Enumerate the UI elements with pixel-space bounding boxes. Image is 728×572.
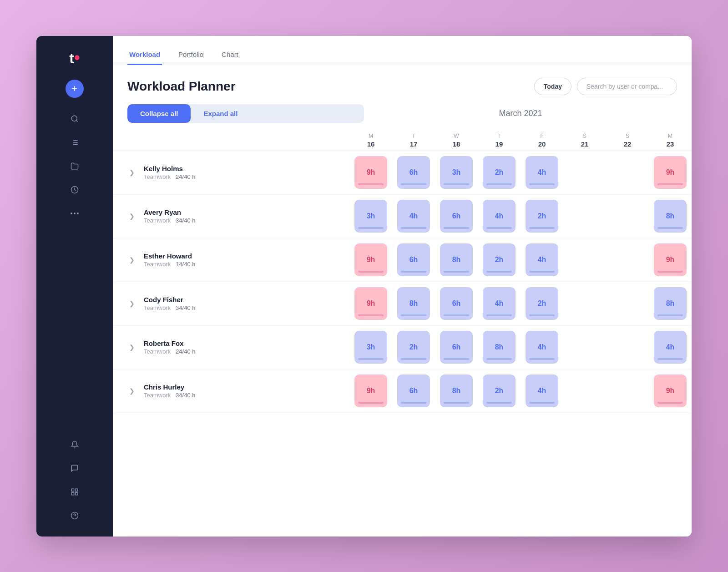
hours-block: 2h [483,375,516,407]
day-cell: 6h [392,240,435,280]
day-cells-0: 9h6h3h2h4h9h [349,151,692,194]
add-button[interactable]: + [66,80,84,98]
today-button[interactable]: Today [534,78,571,95]
day-cells-2: 9h6h8h2h4h9h [349,238,692,282]
day-col-4: F 20 [521,130,563,151]
hours-block: 8h [654,287,687,320]
row-chevron[interactable]: ❯ [127,298,136,309]
day-cell: 6h [435,327,478,367]
row-chevron[interactable]: ❯ [127,211,136,222]
day-cells-1: 3h4h6h4h2h8h [349,195,692,238]
search-input[interactable]: Search by user or compa... [577,78,677,95]
day-cell: 3h [349,196,392,236]
hours-block: 8h [483,331,516,364]
person-rows: ❯ Kelly Holms Teamwork 24/40 h 9h6h3h2h4… [113,151,692,413]
person-name: Esther Howard [144,252,195,260]
page-header: Workload Planner Today Search by user or… [113,65,692,104]
search-icon[interactable] [66,110,84,128]
more-icon[interactable] [66,204,84,223]
day-cell [606,300,649,307]
day-cell: 9h [349,371,392,411]
day-cell [606,344,649,351]
row-chevron[interactable]: ❯ [127,342,136,353]
day-cell: 9h [349,240,392,280]
hours-block: 4h [397,200,430,233]
hours-block: 9h [354,156,387,189]
person-name: Chris Hurley [144,383,195,391]
day-cell: 9h [649,240,692,280]
person-meta: Teamwork 34/40 h [144,304,195,311]
hours-block: 2h [526,287,558,320]
tab-portfolio[interactable]: Portfolio [177,45,205,65]
day-cell: 4h [478,196,521,236]
header-actions: Today Search by user or compa... [534,78,677,95]
hours-block: 8h [440,375,473,407]
clock-icon[interactable] [66,181,84,199]
row-chevron[interactable]: ❯ [127,254,136,265]
hours-block: 2h [526,200,558,233]
chat-icon[interactable] [66,459,84,477]
day-cell [606,169,649,176]
person-name: Kelly Holms [144,165,195,172]
day-col-1: T 17 [392,130,435,151]
person-meta: Teamwork 24/40 h [144,173,195,180]
day-cells-3: 9h8h6h4h2h8h [349,282,692,325]
day-col-7: M 23 [649,130,692,151]
grid-icon[interactable] [66,483,84,501]
hours-block: 6h [440,331,473,364]
hours-block: 6h [397,156,430,189]
hours-block: 3h [354,200,387,233]
hours-block: 8h [654,200,687,233]
svg-rect-11 [71,489,74,491]
hours-block: 3h [354,331,387,364]
expand-all-button[interactable]: Expand all [191,104,250,123]
day-cell [563,387,606,395]
hours-block: 9h [354,287,387,320]
hours-block: 4h [654,331,687,364]
day-col-6: S 22 [606,130,649,151]
person-info-4: ❯ Roberta Fox Teamwork 24/40 h [113,326,349,369]
month-label: March 2021 [499,105,542,122]
table-row: ❯ Chris Hurley Teamwork 34/40 h 9h6h8h2h… [113,370,692,413]
day-cell: 3h [349,327,392,367]
day-cell: 8h [649,283,692,324]
day-cell: 4h [649,327,692,367]
person-info-1: ❯ Avery Ryan Teamwork 34/40 h [113,195,349,238]
person-info-0: ❯ Kelly Holms Teamwork 24/40 h [113,151,349,194]
day-cell: 9h [649,152,692,192]
row-chevron[interactable]: ❯ [127,167,136,178]
bell-icon[interactable] [66,435,84,454]
folder-icon[interactable] [66,157,84,175]
day-col-0: M 16 [349,130,392,151]
hours-block: 2h [483,156,516,189]
day-cell: 2h [478,371,521,411]
help-icon[interactable] [66,506,84,525]
table-row: ❯ Kelly Holms Teamwork 24/40 h 9h6h3h2h4… [113,151,692,195]
sidebar: t• + [36,36,113,537]
hours-block: 9h [654,156,687,189]
person-info-3: ❯ Cody Fisher Teamwork 34/40 h [113,282,349,325]
day-col-3: T 19 [478,130,521,151]
hours-block: 6h [440,287,473,320]
row-chevron[interactable]: ❯ [127,385,136,396]
collapse-all-button[interactable]: Collapse all [127,104,191,123]
tab-chart[interactable]: Chart [220,45,240,65]
day-cell: 2h [392,327,435,367]
person-name: Avery Ryan [144,208,195,216]
day-cell: 2h [521,283,563,324]
list-icon[interactable] [66,133,84,152]
person-name: Roberta Fox [144,339,195,347]
hours-block: 9h [354,375,387,407]
table-row: ❯ Esther Howard Teamwork 14/40 h 9h6h8h2… [113,238,692,282]
table-row: ❯ Cody Fisher Teamwork 34/40 h 9h8h6h4h2… [113,282,692,326]
day-cell: 2h [478,152,521,192]
day-cell: 3h [435,152,478,192]
hours-block: 2h [397,331,430,364]
page-title: Workload Planner [127,79,236,94]
hours-block: 9h [354,243,387,276]
hours-block: 3h [440,156,473,189]
svg-rect-13 [76,492,78,495]
day-cell: 4h [521,240,563,280]
tab-workload[interactable]: Workload [127,45,162,65]
day-cell [606,387,649,395]
